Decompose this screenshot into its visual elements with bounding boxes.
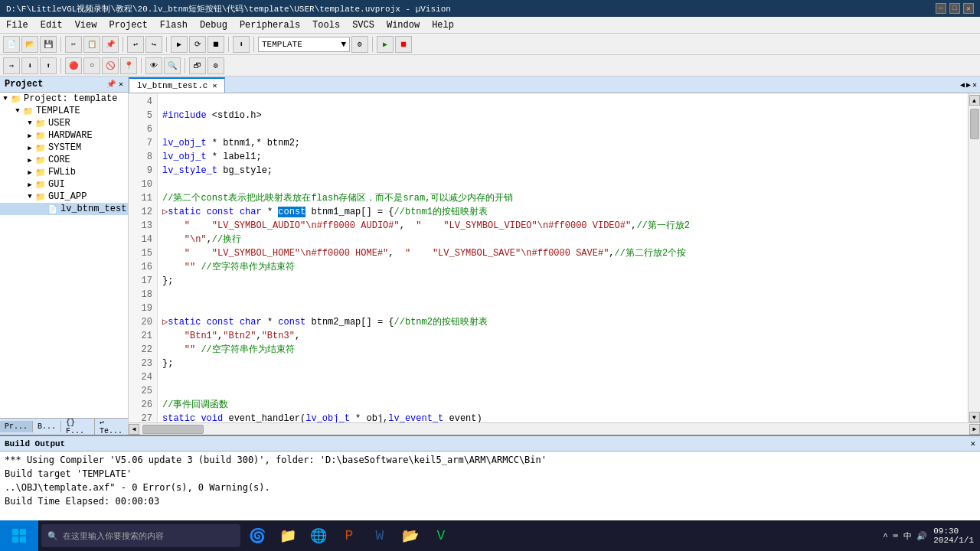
save-btn[interactable]: 💾: [40, 36, 57, 53]
tree-label-hardware: HARDWARE: [48, 130, 93, 141]
tab-lv-btnm-test[interactable]: lv_btnm_test.c ✕: [129, 77, 225, 93]
start-button[interactable]: [0, 520, 38, 551]
sep6: [372, 37, 373, 52]
menu-flash[interactable]: Flash: [154, 18, 194, 32]
taskbar-edge[interactable]: 🌐: [305, 520, 332, 551]
sidebar-tab-project[interactable]: Pr...: [0, 421, 33, 432]
build-line-1: *** Using Compiler 'V5.06 update 3 (buil…: [5, 453, 975, 467]
find-btn[interactable]: 🔍: [164, 57, 181, 74]
search-placeholder: 在这里输入你要搜索的内容: [63, 530, 164, 542]
menu-help[interactable]: Help: [426, 18, 460, 32]
target-label: TEMPLATE: [262, 40, 302, 49]
debug-stop-btn[interactable]: ⏹: [395, 36, 412, 53]
scroll-up-btn[interactable]: ▲: [969, 95, 980, 106]
sidebar-close-icon[interactable]: ✕: [119, 80, 123, 89]
menu-tools[interactable]: Tools: [306, 18, 346, 32]
scroll-down-btn[interactable]: ▼: [969, 412, 980, 422]
download-btn[interactable]: ⬇: [233, 36, 250, 53]
sidebar-tab-books[interactable]: B...: [33, 421, 61, 432]
bottom-panel: Build Output ✕ *** Using Compiler 'V5.06…: [0, 435, 980, 534]
scroll-left-btn[interactable]: ◀: [129, 424, 139, 435]
menu-svcs[interactable]: SVCS: [346, 18, 381, 32]
menu-window[interactable]: Window: [381, 18, 426, 32]
tab-close-all[interactable]: ✕: [972, 80, 977, 90]
breakpoint-btn[interactable]: 🔴: [65, 57, 82, 74]
redo-btn[interactable]: ↪: [145, 36, 162, 53]
tab-right-arrow[interactable]: ▶: [966, 80, 971, 90]
sidebar-item-gui-app[interactable]: ▼ 📁 GUI_APP: [0, 191, 128, 203]
chevron-down-icon: ▼: [341, 40, 346, 49]
sidebar-item-user[interactable]: ▼ 📁 USER: [0, 117, 128, 129]
stop-btn[interactable]: ⏹: [207, 36, 224, 53]
sidebar-item-file[interactable]: 📄 lv_btnm_test.c: [0, 203, 128, 215]
sep9: [185, 58, 185, 73]
minimize-button[interactable]: ─: [936, 3, 946, 14]
folder-icon: 📁: [35, 180, 46, 190]
expand-icon: ▶: [24, 142, 35, 153]
taskbar-file-explorer[interactable]: 📁: [274, 520, 302, 551]
rebuild-btn[interactable]: ⟳: [189, 36, 206, 53]
build-btn[interactable]: ▶: [171, 36, 188, 53]
scrollbar-y[interactable]: ▲ ▼: [968, 93, 980, 422]
menu-file[interactable]: File: [0, 18, 34, 32]
menu-edit[interactable]: Edit: [34, 18, 69, 32]
menu-peripherals[interactable]: Peripherals: [234, 18, 306, 32]
taskbar-cortana[interactable]: 🌀: [243, 520, 271, 551]
close-button[interactable]: ✕: [963, 3, 974, 14]
taskbar-app[interactable]: V: [427, 520, 455, 551]
maximize-button[interactable]: □: [949, 3, 960, 14]
taskbar-word[interactable]: W: [366, 520, 394, 551]
line-numbers: 4 5 6 7 8 9 10 11 12 13 14 15 16 17 18 1…: [129, 93, 158, 422]
sidebar-tab-templates[interactable]: ↩ Te...: [95, 418, 128, 435]
scrollbar-x[interactable]: ◀ ▶: [129, 422, 980, 435]
new-file-btn[interactable]: 📄: [3, 36, 20, 53]
expand-icon: ▶: [24, 155, 35, 165]
sidebar-tab-functions[interactable]: {} F...: [61, 418, 95, 435]
sidebar: Project 📌 ✕ ▼ 📁 Project: template ▼ 📁 TE…: [0, 77, 129, 435]
tab-left-arrow[interactable]: ◀: [960, 80, 965, 90]
menu-debug[interactable]: Debug: [194, 18, 234, 32]
menu-project[interactable]: Project: [103, 18, 153, 32]
sidebar-item-template[interactable]: ▼ 📁 TEMPLATE: [0, 105, 128, 117]
taskbar-powerpoint[interactable]: P: [335, 520, 363, 551]
expand-icon: ▶: [24, 179, 35, 190]
copy-btn[interactable]: 📋: [83, 36, 100, 53]
sidebar-pin-icon[interactable]: 📌: [106, 80, 116, 89]
h-scroll-thumb[interactable]: [142, 425, 204, 434]
sidebar-item-core[interactable]: ▶ 📁 CORE: [0, 154, 128, 166]
step-into-btn[interactable]: ⬇: [21, 57, 38, 74]
step-out-btn[interactable]: ⬆: [40, 57, 57, 74]
debug-start-btn[interactable]: ▶: [377, 36, 394, 53]
step-over-btn[interactable]: ⇒: [3, 57, 20, 74]
scroll-right-btn[interactable]: ▶: [969, 424, 980, 435]
watch-btn[interactable]: 👁: [145, 57, 162, 74]
tab-close-icon[interactable]: ✕: [212, 81, 217, 90]
options-btn[interactable]: ⚙: [351, 36, 368, 53]
clear-bp-btn[interactable]: ○: [83, 57, 100, 74]
taskbar-files[interactable]: 📂: [397, 520, 424, 551]
settings-btn[interactable]: ⚙: [207, 57, 224, 74]
sidebar-item-hardware[interactable]: ▶ 📁 HARDWARE: [0, 129, 128, 142]
view-btn[interactable]: 🗗: [189, 57, 206, 74]
undo-btn[interactable]: ↩: [127, 36, 144, 53]
cut-btn[interactable]: ✂: [65, 36, 82, 53]
paste-btn[interactable]: 📌: [102, 36, 119, 53]
sidebar-title: Project: [5, 79, 43, 90]
sidebar-item-system[interactable]: ▶ 📁 SYSTEM: [0, 142, 128, 154]
target-dropdown[interactable]: TEMPLATE ▼: [258, 37, 350, 52]
build-output-close-icon[interactable]: ✕: [970, 439, 975, 448]
scroll-thumb[interactable]: [970, 109, 979, 139]
sidebar-item-fwlib[interactable]: ▶ 📁 FWLib: [0, 166, 128, 178]
disable-bp-btn[interactable]: 🚫: [102, 57, 119, 74]
menu-view[interactable]: View: [69, 18, 103, 32]
taskbar-search[interactable]: 🔍 在这里输入你要搜索的内容: [41, 524, 240, 547]
sidebar-item-project-root[interactable]: ▼ 📁 Project: template: [0, 93, 128, 105]
menu-bar: File Edit View Project Flash Debug Perip…: [0, 17, 980, 34]
show-bp-btn[interactable]: 📍: [120, 57, 137, 74]
expand-icon: ▶: [24, 167, 35, 178]
expand-icon: ▼: [24, 118, 35, 129]
code-text[interactable]: #include <stdio.h> lv_obj_t * btnm1,* bt…: [158, 93, 968, 422]
sidebar-item-gui[interactable]: ▶ 📁 GUI: [0, 178, 128, 191]
sep4: [228, 37, 229, 52]
open-btn[interactable]: 📂: [21, 36, 38, 53]
